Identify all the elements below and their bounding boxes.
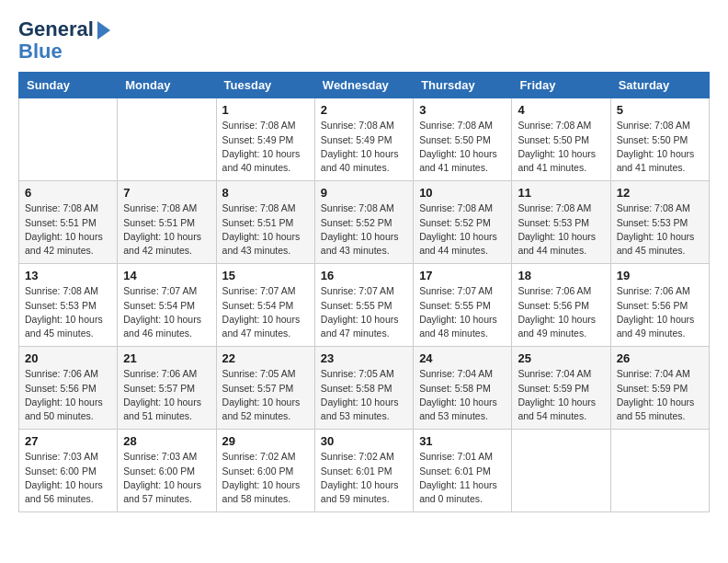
calendar-cell: 25Sunrise: 7:04 AMSunset: 5:59 PMDayligh… xyxy=(512,347,610,430)
calendar-cell: 26Sunrise: 7:04 AMSunset: 5:59 PMDayligh… xyxy=(610,347,709,430)
weekday-header-wednesday: Wednesday xyxy=(314,73,413,98)
day-number: 18 xyxy=(518,269,604,282)
calendar-cell: 18Sunrise: 7:06 AMSunset: 5:56 PMDayligh… xyxy=(512,264,610,347)
logo-text: General xyxy=(18,18,94,40)
page-header: General Blue xyxy=(18,18,710,63)
day-info: Sunrise: 7:01 AMSunset: 6:01 PMDaylight:… xyxy=(419,450,506,506)
day-info: Sunrise: 7:02 AMSunset: 6:00 PMDaylight:… xyxy=(222,450,309,506)
logo-blue-text: Blue xyxy=(18,40,63,63)
calendar-cell: 12Sunrise: 7:08 AMSunset: 5:53 PMDayligh… xyxy=(610,181,709,264)
day-info: Sunrise: 7:08 AMSunset: 5:51 PMDaylight:… xyxy=(123,201,210,258)
calendar-cell xyxy=(19,98,118,181)
day-number: 24 xyxy=(419,351,506,365)
day-info: Sunrise: 7:06 AMSunset: 5:56 PMDaylight:… xyxy=(25,367,111,423)
calendar-cell: 19Sunrise: 7:06 AMSunset: 5:56 PMDayligh… xyxy=(610,264,709,347)
day-info: Sunrise: 7:08 AMSunset: 5:53 PMDaylight:… xyxy=(617,201,703,258)
day-number: 1 xyxy=(222,103,309,117)
calendar-cell: 22Sunrise: 7:05 AMSunset: 5:57 PMDayligh… xyxy=(216,347,314,430)
calendar-cell: 11Sunrise: 7:08 AMSunset: 5:53 PMDayligh… xyxy=(512,181,610,264)
day-info: Sunrise: 7:04 AMSunset: 5:59 PMDaylight:… xyxy=(617,367,703,423)
calendar-cell: 8Sunrise: 7:08 AMSunset: 5:51 PMDaylight… xyxy=(216,181,314,264)
day-number: 21 xyxy=(123,351,210,365)
day-info: Sunrise: 7:07 AMSunset: 5:55 PMDaylight:… xyxy=(321,284,407,340)
calendar-cell: 6Sunrise: 7:08 AMSunset: 5:51 PMDaylight… xyxy=(19,181,118,264)
weekday-header-row: SundayMondayTuesdayWednesdayThursdayFrid… xyxy=(19,73,710,98)
calendar-cell: 20Sunrise: 7:06 AMSunset: 5:56 PMDayligh… xyxy=(19,347,118,430)
day-number: 6 xyxy=(25,186,111,200)
calendar-cell: 15Sunrise: 7:07 AMSunset: 5:54 PMDayligh… xyxy=(216,264,314,347)
calendar-cell: 24Sunrise: 7:04 AMSunset: 5:58 PMDayligh… xyxy=(414,347,512,430)
weekday-header-sunday: Sunday xyxy=(19,73,118,98)
day-info: Sunrise: 7:08 AMSunset: 5:53 PMDaylight:… xyxy=(25,284,111,340)
calendar-cell: 14Sunrise: 7:07 AMSunset: 5:54 PMDayligh… xyxy=(118,264,216,347)
day-number: 11 xyxy=(518,186,604,200)
day-number: 28 xyxy=(123,434,210,448)
day-number: 3 xyxy=(419,103,506,117)
day-info: Sunrise: 7:03 AMSunset: 6:00 PMDaylight:… xyxy=(123,450,210,506)
day-number: 2 xyxy=(321,103,407,117)
day-info: Sunrise: 7:07 AMSunset: 5:54 PMDaylight:… xyxy=(123,284,210,340)
day-number: 30 xyxy=(321,434,407,448)
day-info: Sunrise: 7:08 AMSunset: 5:49 PMDaylight:… xyxy=(222,119,309,175)
calendar-cell xyxy=(610,430,709,512)
day-number: 13 xyxy=(25,269,111,282)
calendar-cell: 5Sunrise: 7:08 AMSunset: 5:50 PMDaylight… xyxy=(610,98,709,181)
day-number: 22 xyxy=(222,351,309,365)
calendar-cell: 10Sunrise: 7:08 AMSunset: 5:52 PMDayligh… xyxy=(414,181,512,264)
day-info: Sunrise: 7:08 AMSunset: 5:49 PMDaylight:… xyxy=(321,119,407,175)
day-info: Sunrise: 7:08 AMSunset: 5:51 PMDaylight:… xyxy=(222,201,309,258)
weekday-header-saturday: Saturday xyxy=(610,73,709,98)
day-number: 27 xyxy=(25,434,111,448)
day-info: Sunrise: 7:04 AMSunset: 5:58 PMDaylight:… xyxy=(419,367,506,423)
calendar-cell: 28Sunrise: 7:03 AMSunset: 6:00 PMDayligh… xyxy=(118,430,216,512)
day-info: Sunrise: 7:08 AMSunset: 5:50 PMDaylight:… xyxy=(518,119,604,175)
day-number: 29 xyxy=(222,434,309,448)
weekday-header-thursday: Thursday xyxy=(414,73,512,98)
calendar-cell: 16Sunrise: 7:07 AMSunset: 5:55 PMDayligh… xyxy=(314,264,413,347)
calendar-cell: 13Sunrise: 7:08 AMSunset: 5:53 PMDayligh… xyxy=(19,264,118,347)
calendar-week-row: 27Sunrise: 7:03 AMSunset: 6:00 PMDayligh… xyxy=(19,430,710,512)
weekday-header-monday: Monday xyxy=(118,73,216,98)
calendar-cell: 21Sunrise: 7:06 AMSunset: 5:57 PMDayligh… xyxy=(118,347,216,430)
calendar-cell: 30Sunrise: 7:02 AMSunset: 6:01 PMDayligh… xyxy=(314,430,413,512)
day-info: Sunrise: 7:08 AMSunset: 5:50 PMDaylight:… xyxy=(419,119,506,175)
calendar-cell: 3Sunrise: 7:08 AMSunset: 5:50 PMDaylight… xyxy=(414,98,512,181)
day-info: Sunrise: 7:08 AMSunset: 5:51 PMDaylight:… xyxy=(25,201,111,258)
day-number: 10 xyxy=(419,186,506,200)
calendar-week-row: 1Sunrise: 7:08 AMSunset: 5:49 PMDaylight… xyxy=(19,98,710,181)
day-number: 12 xyxy=(617,186,703,200)
day-number: 23 xyxy=(321,351,407,365)
calendar-cell: 2Sunrise: 7:08 AMSunset: 5:49 PMDaylight… xyxy=(314,98,413,181)
calendar-week-row: 6Sunrise: 7:08 AMSunset: 5:51 PMDaylight… xyxy=(19,181,710,264)
logo-arrow-icon xyxy=(97,21,110,40)
day-number: 26 xyxy=(617,351,703,365)
calendar-cell: 4Sunrise: 7:08 AMSunset: 5:50 PMDaylight… xyxy=(512,98,610,181)
calendar-cell xyxy=(512,430,610,512)
day-info: Sunrise: 7:02 AMSunset: 6:01 PMDaylight:… xyxy=(321,450,407,506)
weekday-header-tuesday: Tuesday xyxy=(216,73,314,98)
weekday-header-friday: Friday xyxy=(512,73,610,98)
calendar-cell xyxy=(118,98,216,181)
day-info: Sunrise: 7:06 AMSunset: 5:57 PMDaylight:… xyxy=(123,367,210,423)
calendar-week-row: 13Sunrise: 7:08 AMSunset: 5:53 PMDayligh… xyxy=(19,264,710,347)
calendar-table: SundayMondayTuesdayWednesdayThursdayFrid… xyxy=(18,72,710,512)
day-number: 19 xyxy=(617,269,703,282)
day-info: Sunrise: 7:08 AMSunset: 5:52 PMDaylight:… xyxy=(321,201,407,258)
calendar-cell: 1Sunrise: 7:08 AMSunset: 5:49 PMDaylight… xyxy=(216,98,314,181)
day-info: Sunrise: 7:08 AMSunset: 5:53 PMDaylight:… xyxy=(518,201,604,258)
day-number: 17 xyxy=(419,269,506,282)
day-number: 9 xyxy=(321,186,407,200)
day-number: 7 xyxy=(123,186,210,200)
calendar-cell: 23Sunrise: 7:05 AMSunset: 5:58 PMDayligh… xyxy=(314,347,413,430)
day-number: 31 xyxy=(419,434,506,448)
day-info: Sunrise: 7:06 AMSunset: 5:56 PMDaylight:… xyxy=(617,284,703,340)
calendar-cell: 31Sunrise: 7:01 AMSunset: 6:01 PMDayligh… xyxy=(414,430,512,512)
day-info: Sunrise: 7:07 AMSunset: 5:55 PMDaylight:… xyxy=(419,284,506,340)
day-number: 8 xyxy=(222,186,309,200)
day-number: 15 xyxy=(222,269,309,282)
logo: General Blue xyxy=(18,18,110,63)
day-number: 16 xyxy=(321,269,407,282)
day-info: Sunrise: 7:06 AMSunset: 5:56 PMDaylight:… xyxy=(518,284,604,340)
day-number: 20 xyxy=(25,351,111,365)
calendar-cell: 27Sunrise: 7:03 AMSunset: 6:00 PMDayligh… xyxy=(19,430,118,512)
